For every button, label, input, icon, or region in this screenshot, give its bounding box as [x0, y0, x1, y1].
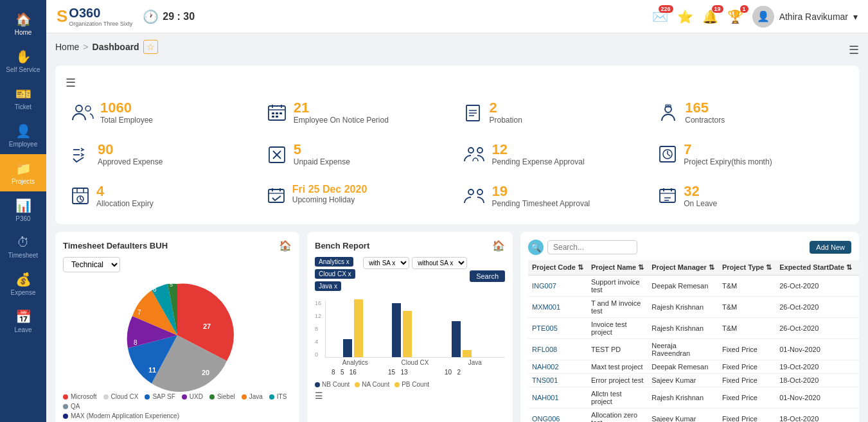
svg-point-39 — [468, 189, 474, 195]
star-button[interactable]: ⭐ — [677, 9, 693, 24]
sidebar-item-selfservice[interactable]: ✋ Self Service — [0, 42, 46, 80]
sidebar-item-ticket[interactable]: 🎫 Ticket — [0, 80, 46, 117]
favorite-icon[interactable]: ☆ — [143, 40, 158, 54]
pie-legend: Microsoft Cloud CX SAP SF UXD — [63, 393, 292, 422]
stat-unpaid-expense-text: 5 Unpaid Expense — [294, 142, 350, 168]
approved-expense-icon — [71, 145, 91, 170]
bench-search-button[interactable]: Search — [470, 270, 505, 282]
project-name-cell: TEST PD — [587, 339, 648, 360]
stats-menu-icon[interactable]: ☰ — [66, 76, 76, 90]
projects-table-body: ING007 Support invoice test Deepak Remes… — [528, 276, 859, 423]
breadcrumb-home[interactable]: Home — [55, 42, 79, 52]
bench-tag-java[interactable]: Java x — [315, 281, 341, 291]
start-date-cell — [856, 339, 859, 360]
svg-rect-8 — [279, 112, 282, 114]
upcoming-holiday-icon — [267, 186, 286, 210]
table-row[interactable]: ING007 Support invoice test Deepak Remes… — [528, 276, 859, 297]
project-manager-cell: Rajesh Krishnan — [648, 318, 718, 339]
project-code-cell[interactable]: ING007 — [528, 276, 587, 297]
stat-approved-expense-num: 90 — [98, 142, 163, 157]
stats-header: ☰ — [66, 76, 849, 90]
bar-java-pb — [463, 350, 472, 357]
bar-label-cloudcx: Cloud CX — [391, 359, 438, 366]
table-row[interactable]: RFL008 TEST PD Neeraja Raveendran Fixed … — [528, 339, 859, 360]
on-leave-icon — [658, 186, 677, 210]
sidebar-item-label: Ticket — [15, 103, 31, 110]
stat-upcoming-holiday-text: Fri 25 Dec 2020 Upcoming Holiday — [292, 184, 368, 205]
project-type-cell: T&M — [718, 276, 775, 297]
legend-sapsf: SAP SF — [145, 393, 175, 400]
expense-icon: 💰 — [15, 272, 31, 287]
project-manager-cell: Deepak Remesan — [648, 360, 718, 374]
leave-icon: 📅 — [15, 309, 31, 324]
stat-upcoming-holiday-num: Fri 25 Dec 2020 — [292, 184, 368, 195]
legend-cloudcx-label: Cloud CX — [111, 393, 139, 400]
bell-badge: 19 — [712, 5, 723, 13]
award-button[interactable]: 🏆 1 — [727, 9, 743, 24]
bench-tag-analytics[interactable]: Analytics x — [315, 257, 353, 267]
timesheet-filter-dropdown[interactable]: Technical — [63, 257, 120, 272]
legend-microsoft-label: Microsoft — [71, 393, 97, 400]
logo: S O360 Organization Three Sixty — [57, 6, 132, 27]
bench-house-icon[interactable]: 🏠 — [492, 240, 505, 252]
sidebar-item-home[interactable]: 🏠 Home — [0, 5, 46, 42]
project-code-cell[interactable]: NAH002 — [528, 360, 587, 374]
bell-button[interactable]: 🔔 19 — [702, 9, 718, 24]
table-row[interactable]: TNS001 Error project test Sajeev Kumar F… — [528, 374, 859, 387]
breadcrumb: Home > Dashboard ☆ — [55, 40, 158, 54]
bench-with-sa[interactable]: with SA x — [363, 257, 409, 269]
svg-line-34 — [80, 199, 82, 200]
stat-pending-timesheet: 19 Pending Timesheet Approval — [457, 180, 653, 214]
bench-tag-cloudcx[interactable]: Cloud CX x — [315, 269, 355, 279]
sidebar-item-expense[interactable]: 💰 Expense — [0, 265, 46, 303]
project-code-cell[interactable]: NAH001 — [528, 387, 587, 409]
project-manager-cell: Neeraja Raveendran — [648, 339, 718, 360]
table-row[interactable]: MXM001 T and M invoice test Rajesh Krish… — [528, 297, 859, 318]
table-row[interactable]: NAH002 Maxt test project Deepak Remesan … — [528, 360, 859, 374]
project-search-input[interactable] — [547, 240, 637, 254]
timesheet-title-row: Timesheet Defaulters BUH 🏠 — [63, 240, 292, 252]
bar-label-analytics: Analytics — [332, 359, 378, 366]
sidebar-item-projects[interactable]: 📁 Projects — [0, 154, 46, 191]
timesheet-house-icon[interactable]: 🏠 — [279, 240, 292, 252]
user-menu[interactable]: 👤 Athira Ravikumar ▾ — [752, 6, 858, 28]
project-code-cell[interactable]: MXM001 — [528, 297, 587, 318]
project-code-cell[interactable]: TNS001 — [528, 374, 587, 387]
timesheet-chart-area: Technical — [63, 257, 292, 422]
stat-probation-label: Probation — [490, 116, 522, 126]
mail-button[interactable]: ✉️ 226 — [652, 9, 668, 24]
project-name-cell: Allocation zero test — [587, 409, 648, 423]
project-code-cell[interactable]: ONG006 — [528, 409, 587, 423]
bench-menu-icon[interactable]: ☰ — [315, 391, 505, 401]
project-type-cell: T&M — [718, 297, 775, 318]
search-circle-button[interactable]: 🔍 — [528, 240, 544, 255]
table-row[interactable]: PTE005 Invoice test project Rajesh Krish… — [528, 318, 859, 339]
topbar-right: ✉️ 226 ⭐ 🔔 19 🏆 1 👤 Athira Ravikumar ▾ — [652, 6, 858, 28]
page-menu-icon[interactable]: ☰ — [849, 43, 859, 57]
sidebar-item-leave[interactable]: 📅 Leave — [0, 303, 46, 340]
project-code-cell[interactable]: RFL008 — [528, 339, 587, 360]
start-date-cell — [856, 276, 859, 297]
sidebar-item-employee[interactable]: 👤 Employee — [0, 117, 46, 154]
legend-sapsf-label: SAP SF — [152, 393, 175, 400]
bench-without-sa[interactable]: without SA x — [412, 257, 467, 269]
table-row[interactable]: ONG006 Allocation zero test Sajeev Kumar… — [528, 409, 859, 423]
table-row[interactable]: NAH001 Allctn test project Rajesh Krishn… — [528, 387, 859, 409]
stat-total-employee: 1060 Total Employee — [66, 96, 261, 132]
legend-max: MAX (Modern Application Experience) — [63, 412, 292, 419]
stat-unpaid-expense-num: 5 — [294, 142, 350, 157]
legend-uxd-label: UXD — [190, 393, 203, 400]
start-date-cell — [856, 297, 859, 318]
stat-notice-period-label: Employee On Notice Period — [294, 116, 389, 126]
sidebar-item-p360[interactable]: 📊 P360 — [0, 191, 46, 229]
project-type-cell: Fixed Price — [718, 339, 775, 360]
svg-text:5: 5 — [170, 281, 173, 288]
selfservice-icon: ✋ — [15, 49, 31, 64]
start-date-cell: 09-Nov-2020 — [856, 360, 859, 374]
add-new-button[interactable]: Add New — [810, 241, 851, 254]
sidebar-item-timesheet[interactable]: ⏱ Timesheet — [0, 229, 46, 265]
bench-filter-row: Analytics x Cloud CX x Java x with SA x … — [315, 257, 505, 295]
project-manager-cell: Rajesh Krishnan — [648, 387, 718, 409]
project-code-cell[interactable]: PTE005 — [528, 318, 587, 339]
svg-line-27 — [668, 154, 670, 156]
